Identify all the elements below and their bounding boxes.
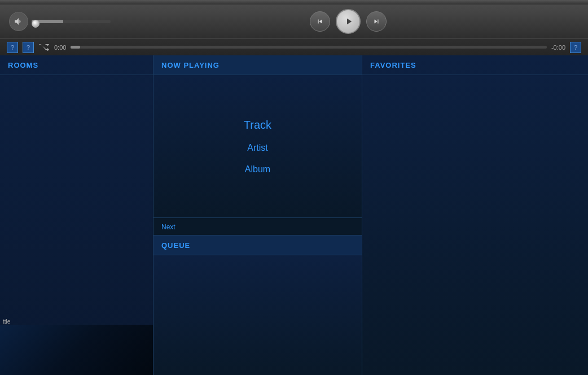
favorites-title: FAVORITES (370, 61, 416, 69)
favorites-header: FAVORITES (362, 55, 588, 75)
volume-slider[interactable] (32, 20, 111, 23)
next-button[interactable] (366, 11, 387, 32)
now-playing-title: NOW PLAYING (161, 61, 220, 69)
badge-3[interactable]: ? (570, 42, 581, 53)
rooms-title: ROOMS (8, 61, 38, 69)
album-name: Album (245, 164, 270, 175)
shuffle-icon[interactable] (38, 43, 50, 51)
favorites-body (362, 75, 588, 375)
next-label: Next (161, 223, 175, 231)
previous-button[interactable] (310, 11, 330, 32)
room-label: ttle (3, 319, 10, 325)
time-remaining: -0:00 (551, 44, 565, 51)
top-bar (0, 0, 588, 5)
progress-fill (71, 46, 80, 49)
next-section: Next (153, 217, 362, 235)
volume-knob[interactable] (32, 20, 40, 28)
track-name: Track (244, 119, 271, 132)
transport-controls (117, 9, 579, 34)
time-current: 0:00 (54, 44, 66, 51)
queue-body (153, 255, 362, 375)
favorites-panel: FAVORITES (362, 55, 588, 375)
badge-2[interactable]: ? (23, 42, 34, 53)
rooms-header: ROOMS (0, 55, 153, 75)
transport-bar (0, 5, 588, 38)
badge-1[interactable]: ? (7, 42, 18, 53)
volume-section (9, 12, 111, 31)
rooms-body: ttle (0, 75, 153, 375)
artist-name: Artist (247, 143, 267, 153)
rooms-panel: ROOMS ttle (0, 55, 153, 375)
now-playing-panel: NOW PLAYING Track Artist Album Next QUEU… (153, 55, 362, 375)
next-icon (372, 18, 380, 25)
queue-title: QUEUE (161, 241, 190, 250)
queue-header: QUEUE (153, 235, 362, 255)
play-button[interactable] (336, 9, 361, 34)
main-content: ROOMS ttle NOW PLAYING Track Artist Albu… (0, 55, 588, 375)
volume-button[interactable] (9, 12, 28, 31)
room-album-art (0, 325, 153, 375)
progress-bar-section: ? ? 0:00 -0:00 ? (0, 38, 588, 55)
volume-icon (14, 16, 24, 27)
progress-track[interactable] (71, 46, 547, 49)
prev-icon (316, 18, 324, 25)
track-info-section: Track Artist Album (153, 75, 362, 217)
play-icon (344, 16, 354, 27)
now-playing-header: NOW PLAYING (153, 55, 362, 75)
